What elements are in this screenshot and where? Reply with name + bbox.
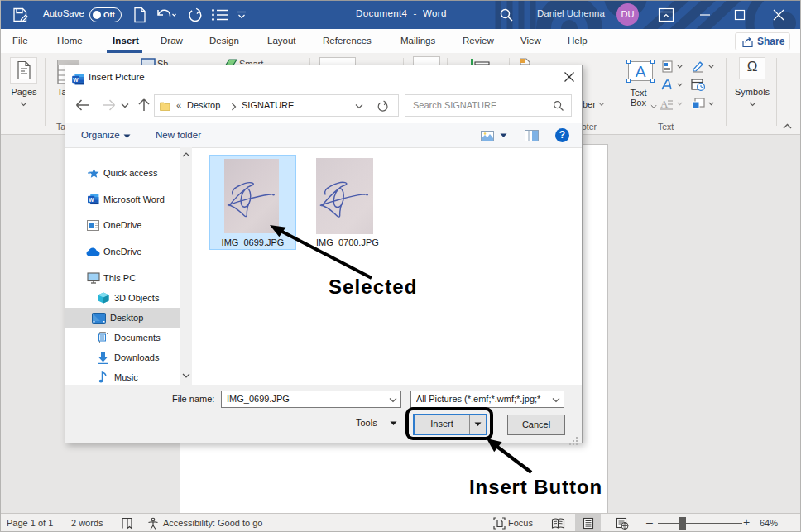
svg-text:W: W — [73, 77, 79, 83]
svg-text:A: A — [636, 63, 646, 80]
svg-text:W: W — [89, 197, 94, 203]
svg-text:A: A — [660, 98, 669, 110]
